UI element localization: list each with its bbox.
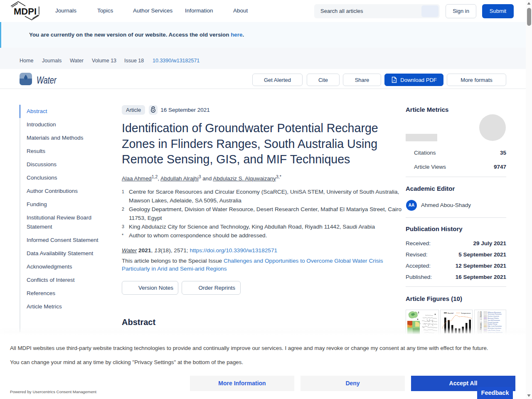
svg-text:Willouran Basement: Willouran Basement (488, 312, 501, 313)
svg-text:Torrensian Formation: Torrensian Formation (488, 313, 502, 315)
svg-text:Pound Quartzite: Pound Quartzite (488, 322, 498, 323)
svg-text:Rainfall: Rainfall (448, 312, 453, 314)
svg-text:Basement: Basement (480, 311, 482, 317)
svg-text:Billy Creek Formation: Billy Creek Formation (488, 325, 502, 327)
svg-text:Hawker Group: Hawker Group (488, 323, 497, 325)
svg-text:MDPI: MDPI (14, 6, 37, 17)
svg-text:Marinoan Shales: Marinoan Shales (488, 318, 499, 319)
svg-text:Sturtian Quartzite: Sturtian Quartzite (488, 315, 499, 317)
svg-text:Temperature: Temperature (461, 312, 471, 314)
svg-text:Tent Hill Formation: Tent Hill Formation (488, 320, 500, 321)
